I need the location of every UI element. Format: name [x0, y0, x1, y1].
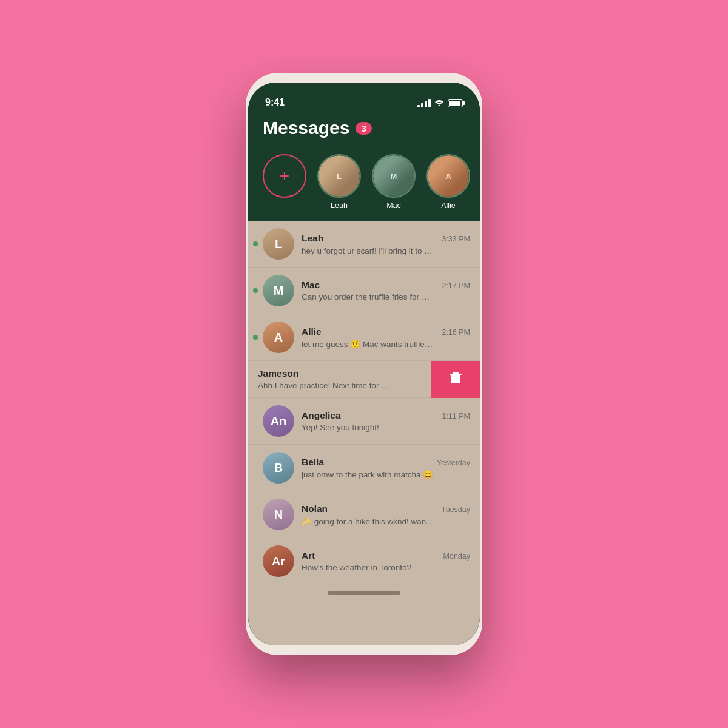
message-content-bella: Bella Yesterday just omw to the park wit… [302, 457, 470, 479]
story-allie[interactable]: A Allie [426, 154, 470, 210]
unread-indicator-allie [253, 335, 258, 340]
sender-name-allie: Allie [302, 326, 322, 337]
message-item-nolan[interactable]: N Nolan Tuesday ✨ going for a hike this … [248, 491, 480, 538]
message-avatar-mac: M [263, 275, 294, 306]
sender-name-nolan: Nolan [302, 504, 328, 514]
header-title-row: Messages 3 [263, 118, 465, 138]
page-title: Messages [263, 118, 349, 138]
message-item-angelica[interactable]: An Angelica 1:11 PM Yep! See you tonight… [248, 398, 480, 445]
phone-screen: 9:41 Messag [248, 83, 480, 645]
story-row: + L Leah M Mac [248, 148, 480, 221]
trash-icon [448, 371, 463, 389]
message-avatar-allie: A [263, 322, 294, 353]
story-label-leah: Leah [331, 201, 348, 210]
message-header-allie: Allie 2:16 PM [302, 326, 470, 337]
message-item-jameson-container: Jameson 1:58 PM Ahh I have practice! Nex… [248, 361, 480, 398]
message-preview-bella: just omw to the park with matcha 😄 [302, 470, 435, 479]
message-time-bella: Yesterday [437, 459, 470, 467]
status-icons [417, 98, 463, 108]
message-time-art: Monday [443, 552, 470, 561]
message-avatar-leah: L [263, 228, 294, 260]
messages-header: Messages 3 [248, 113, 480, 148]
message-avatar-nolan: N [263, 499, 294, 530]
message-content-angelica: Angelica 1:11 PM Yep! See you tonight! [302, 410, 470, 432]
sender-name-jameson: Jameson [258, 368, 298, 379]
message-item-leah[interactable]: L Leah 3:33 PM hey u forgot ur scarf! i'… [248, 221, 480, 268]
add-story-button[interactable]: + [263, 154, 306, 198]
message-preview-angelica: Yep! See you tonight! [302, 423, 435, 432]
message-avatar-bella: B [263, 452, 294, 484]
story-mac[interactable]: M Mac [372, 154, 416, 210]
message-preview-jameson: Ahh I have practice! Next time for sure [258, 381, 391, 390]
status-time: 9:41 [265, 97, 285, 108]
message-content-allie: Allie 2:16 PM let me guess 🤨 Mac wants t… [302, 326, 470, 349]
message-item-art[interactable]: Ar Art Monday How's the weather in Toron… [248, 538, 480, 584]
delete-action-jameson[interactable] [431, 361, 480, 398]
message-time-leah: 3:33 PM [442, 235, 470, 243]
message-preview-allie: let me guess 🤨 Mac wants truffle fries? [302, 339, 435, 349]
sender-name-mac: Mac [302, 280, 320, 291]
message-preview-mac: Can you order the truffle fries for me i… [302, 292, 435, 302]
message-avatar-angelica: An [263, 405, 294, 437]
story-label-mac: Mac [386, 201, 401, 210]
unread-indicator-mac [253, 288, 258, 293]
sender-name-leah: Leah [302, 233, 323, 244]
home-indicator [248, 584, 480, 601]
story-label-allie: Allie [441, 201, 456, 210]
message-item-jameson[interactable]: Jameson 1:58 PM Ahh I have practice! Nex… [248, 361, 480, 398]
message-header-mac: Mac 2:17 PM [302, 280, 470, 291]
message-time-nolan: Tuesday [442, 505, 470, 514]
message-header-art: Art Monday [302, 550, 470, 561]
message-preview-art: How's the weather in Toronto? [302, 563, 435, 572]
message-content-art: Art Monday How's the weather in Toronto? [302, 550, 470, 572]
wifi-icon [434, 98, 444, 108]
story-leah[interactable]: L Leah [317, 154, 361, 210]
sender-name-angelica: Angelica [302, 410, 341, 421]
message-header-leah: Leah 3:33 PM [302, 233, 470, 244]
story-ring-allie: A [426, 154, 470, 198]
message-content-leah: Leah 3:33 PM hey u forgot ur scarf! i'll… [302, 233, 470, 255]
message-header-bella: Bella Yesterday [302, 457, 470, 468]
unread-indicator-leah [253, 241, 258, 246]
home-bar [328, 592, 400, 595]
message-item-bella[interactable]: B Bella Yesterday just omw to the park w… [248, 445, 480, 491]
unread-badge: 3 [356, 122, 371, 135]
phone-device: 9:41 Messag [246, 73, 482, 655]
notch [326, 83, 402, 103]
message-avatar-art: Ar [263, 545, 294, 577]
avatar-allie: A [428, 155, 469, 197]
story-ring-leah: L [317, 154, 361, 198]
message-time-angelica: 1:11 PM [442, 412, 470, 420]
messages-list: L Leah 3:33 PM hey u forgot ur scarf! i'… [248, 221, 480, 645]
message-header-angelica: Angelica 1:11 PM [302, 410, 470, 421]
sender-name-bella: Bella [302, 457, 324, 468]
plus-icon: + [280, 167, 289, 184]
add-story-ring: + [263, 154, 306, 198]
message-time-mac: 2:17 PM [442, 281, 470, 290]
message-preview-nolan: ✨ going for a hike this wknd! wanna come… [302, 516, 435, 526]
message-item-mac[interactable]: M Mac 2:17 PM Can you order the truffle … [248, 268, 480, 314]
message-content-mac: Mac 2:17 PM Can you order the truffle fr… [302, 280, 470, 302]
battery-icon [448, 99, 463, 107]
signal-icon [417, 99, 431, 107]
message-item-allie[interactable]: A Allie 2:16 PM let me guess 🤨 Mac wants… [248, 314, 480, 361]
sender-name-art: Art [302, 550, 315, 561]
story-ring-mac: M [372, 154, 416, 198]
message-preview-leah: hey u forgot ur scarf! i'll bring it to … [302, 246, 435, 255]
message-content-nolan: Nolan Tuesday ✨ going for a hike this wk… [302, 504, 470, 526]
avatar-mac: M [373, 155, 414, 197]
message-time-allie: 2:16 PM [442, 328, 470, 337]
message-header-nolan: Nolan Tuesday [302, 504, 470, 514]
avatar-leah: L [318, 155, 360, 197]
